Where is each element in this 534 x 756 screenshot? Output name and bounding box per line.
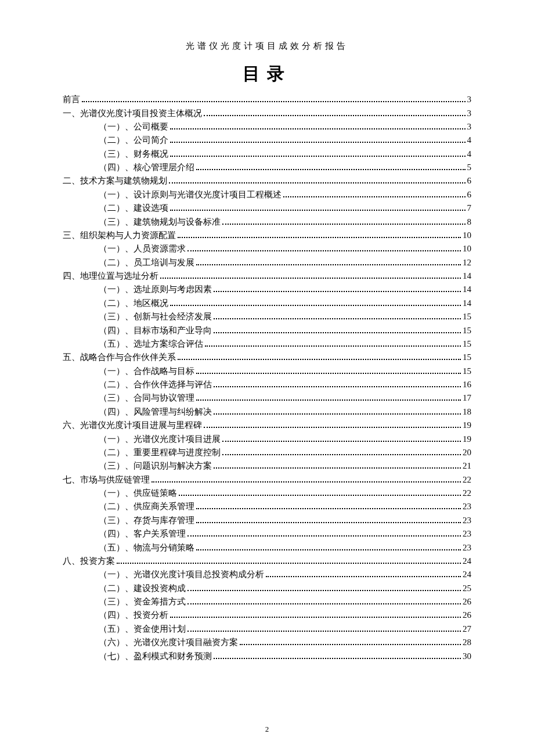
toc-leader-dots (187, 530, 461, 537)
toc-leader-dots (178, 232, 461, 238)
toc-entry-label: 五、战略合作与合作伙伴关系 (63, 353, 176, 362)
toc-entry-label: （一）、合作战略与目标 (99, 367, 194, 376)
toc-leader-dots (222, 435, 461, 442)
toc-entry-label: （一）、光谱仪光度计项目总投资构成分析 (99, 570, 264, 579)
toc-entry-label: （一）、供应链策略 (99, 489, 177, 498)
toc-entry-label: 七、市场与供应链管理 (63, 476, 150, 484)
toc-entry-label: （七）、盈利模式和财务预测 (99, 652, 212, 661)
toc-entry-page: 6 (467, 190, 472, 199)
toc-entry: （一）、人员资源需求10 (63, 242, 471, 255)
toc-entry: 三、组织架构与人力资源配置10 (63, 229, 471, 242)
toc-leader-dots (222, 449, 461, 455)
toc-entry-page: 28 (463, 638, 471, 647)
toc-entry-label: （三）、财务概况 (99, 150, 168, 159)
toc-entry-page: 5 (467, 163, 472, 172)
toc-entry-page: 20 (463, 448, 471, 457)
toc-entry-page: 10 (463, 231, 471, 240)
toc-leader-dots (187, 585, 461, 591)
toc-entry-label: （四）、客户关系管理 (99, 530, 186, 538)
toc-entry-page: 23 (463, 543, 471, 552)
toc-entry-page: 6 (467, 177, 472, 185)
toc-entry: （一）、选址原则与考虑因素14 (63, 283, 471, 296)
toc-entry: （一）、光谱仪光度计项目总投资构成分析24 (63, 568, 471, 581)
toc-leader-dots (196, 259, 461, 265)
toc-entry-label: （二）、建设投资构成 (99, 584, 186, 593)
toc-entry-page: 15 (463, 367, 471, 376)
toc-title: 目录 (63, 62, 471, 86)
toc-entry-page: 14 (463, 272, 471, 280)
toc-leader-dots (151, 476, 461, 483)
toc-entry-page: 12 (463, 258, 471, 267)
toc-entry-page: 3 (467, 95, 472, 104)
toc-leader-dots (170, 611, 461, 618)
toc-entry-label: （二）、地区概况 (99, 299, 168, 308)
toc-entry: （二）、建设投资构成25 (63, 582, 471, 595)
toc-entry-label: （四）、核心管理层介绍 (99, 163, 194, 172)
toc-entry: （一）、光谱仪光度计项目进展19 (63, 432, 471, 445)
toc-entry-page: 15 (463, 312, 471, 321)
toc-entry: （一）、合作战略与目标15 (63, 365, 471, 378)
toc-leader-dots (196, 368, 461, 374)
toc-entry-label: （一）、公司概要 (99, 123, 168, 131)
toc-leader-dots (283, 191, 466, 197)
page: 光谱仪光度计项目成效分析报告 目录 前言3一、光谱仪光度计项目投资主体概况3（一… (0, 0, 534, 756)
toc-entry: （一）、公司概要3 (63, 120, 471, 134)
toc-entry-label: （一）、设计原则与光谱仪光度计项目工程概述 (99, 190, 282, 199)
toc-entry: （三）、建筑物规划与设备标准8 (63, 215, 471, 228)
toc-entry-page: 19 (463, 421, 471, 430)
toc-entry-page: 24 (463, 557, 471, 566)
toc-entry-page: 18 (463, 408, 471, 416)
toc-entry: （四）、投资分析26 (63, 609, 471, 622)
toc-entry-label: （二）、重要里程碑与进度控制 (99, 448, 221, 457)
toc-leader-dots (187, 245, 461, 251)
toc-leader-dots (214, 381, 461, 387)
toc-entry-label: （一）、选址原则与考虑因素 (99, 285, 212, 294)
toc-entry: （三）、创新与社会经济发展15 (63, 310, 471, 323)
toc-entry-label: （二）、员工培训与发展 (99, 258, 194, 267)
toc-leader-dots (170, 300, 461, 306)
table-of-contents: 前言3一、光谱仪光度计项目投资主体概况3（一）、公司概要3（二）、公司简介4（三… (63, 93, 471, 663)
toc-leader-dots (82, 96, 466, 102)
toc-entry-page: 16 (463, 380, 471, 389)
toc-entry-page: 4 (467, 136, 472, 145)
toc-leader-dots (187, 625, 461, 632)
toc-entry-label: （三）、建筑物规划与设备标准 (99, 218, 221, 226)
toc-leader-dots (196, 517, 461, 523)
toc-entry-page: 23 (463, 530, 471, 538)
toc-entry-label: （五）、选址方案综合评估 (99, 340, 203, 348)
toc-entry-page: 27 (463, 625, 471, 633)
toc-entry: （三）、合同与协议管理17 (63, 391, 471, 405)
toc-entry: （五）、物流与分销策略23 (63, 541, 471, 554)
toc-entry: （三）、资金筹措方式26 (63, 595, 471, 609)
toc-entry-page: 25 (463, 584, 471, 593)
toc-leader-dots (196, 544, 461, 550)
toc-leader-dots (179, 489, 461, 496)
toc-entry-page: 15 (463, 353, 471, 362)
toc-leader-dots (187, 598, 461, 604)
toc-leader-dots (196, 164, 466, 170)
toc-entry-page: 8 (467, 218, 472, 226)
toc-entry-page: 23 (463, 502, 471, 511)
toc-leader-dots (169, 177, 466, 183)
toc-entry: （四）、目标市场和产业导向15 (63, 323, 471, 337)
toc-entry-label: （三）、资金筹措方式 (99, 597, 186, 606)
toc-leader-dots (170, 136, 466, 143)
toc-entry-page: 21 (463, 462, 471, 470)
toc-entry: （四）、客户关系管理23 (63, 527, 471, 541)
toc-leader-dots (160, 272, 461, 279)
toc-entry-label: 三、组织架构与人力资源配置 (63, 231, 176, 240)
toc-entry-label: （三）、存货与库存管理 (99, 516, 194, 525)
toc-entry-label: （五）、资金使用计划 (99, 625, 186, 633)
toc-entry-label: 六、光谱仪光度计项目进展与里程碑 (63, 421, 202, 430)
toc-entry: （二）、员工培训与发展12 (63, 256, 471, 269)
toc-entry-page: 3 (467, 109, 472, 118)
toc-leader-dots (196, 503, 461, 509)
toc-entry: （二）、重要里程碑与进度控制20 (63, 446, 471, 459)
toc-leader-dots (214, 313, 461, 319)
toc-leader-dots (170, 150, 466, 157)
toc-leader-dots (222, 218, 466, 225)
toc-entry-page: 3 (467, 123, 472, 131)
toc-entry: （五）、选址方案综合评估15 (63, 337, 471, 351)
toc-entry-label: 一、光谱仪光度计项目投资主体概况 (63, 109, 202, 118)
toc-entry-label: （六）、光谱仪光度计项目融资方案 (99, 638, 238, 647)
